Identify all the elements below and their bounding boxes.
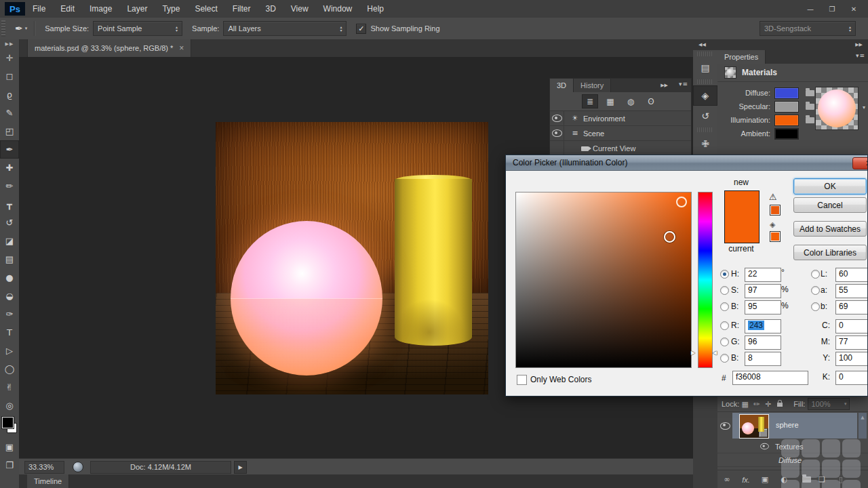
clone-stamp-tool[interactable]: ┳ (0, 195, 19, 214)
illumination-texture-folder-icon[interactable] (806, 117, 814, 123)
illumination-color-swatch[interactable] (774, 115, 799, 126)
menu-file[interactable]: File (25, 0, 53, 18)
h-input[interactable]: 22 (745, 268, 781, 282)
color-libraries-button[interactable]: Color Libraries (793, 245, 867, 260)
eraser-tool[interactable]: ◪ (0, 232, 19, 250)
bb-radio[interactable] (811, 302, 820, 311)
tab-history[interactable]: History (574, 79, 611, 92)
healing-brush-tool[interactable]: ✚ (0, 159, 19, 177)
l-input[interactable]: 60 (835, 268, 868, 282)
hue-slider-right-arrow-icon[interactable]: ◀ (713, 350, 717, 356)
lock-all-icon[interactable] (774, 400, 785, 408)
new-layer-icon[interactable]: ❏ (812, 475, 831, 484)
3d-row-current-view[interactable]: Current View (550, 141, 691, 155)
link-layers-icon[interactable]: ∞ (717, 475, 736, 484)
lasso-tool[interactable]: ϱ (0, 85, 19, 104)
hand-tool[interactable]: ✌ (0, 378, 19, 396)
new-group-icon[interactable] (793, 476, 812, 484)
tool-presets-panel-button[interactable]: ✙ (693, 134, 717, 154)
tab-timeline[interactable]: Timeline (27, 474, 69, 488)
r-radio[interactable] (720, 321, 729, 330)
tab-properties[interactable]: Properties (717, 50, 766, 64)
b-input[interactable]: 95 (745, 300, 781, 314)
marquee-tool[interactable]: ◻ (0, 67, 19, 85)
material-preview-sphere[interactable] (815, 87, 859, 130)
panel-menu-icon[interactable]: ▾≡ (856, 52, 865, 59)
workspace-dropdown[interactable]: 3D-Sengstack ▴▾ (760, 21, 856, 36)
menu-filter[interactable]: Filter (225, 0, 258, 18)
quick-selection-tool[interactable]: ✎ (0, 104, 19, 122)
r-input[interactable]: 243 (745, 319, 781, 333)
lock-position-icon[interactable]: ✛ (762, 400, 774, 409)
visibility-cell[interactable] (550, 141, 564, 155)
3d-filter-meshes-button[interactable]: ▦ (602, 94, 618, 108)
document-canvas[interactable] (216, 122, 488, 394)
b2-input[interactable]: 8 (745, 352, 781, 366)
layer-thumbnail[interactable] (739, 414, 769, 439)
panel-collapse-icon[interactable]: ▶▶ (660, 83, 668, 88)
path-selection-tool[interactable]: ▷ (0, 342, 19, 360)
sample-dropdown[interactable]: All Layers ▴▾ (223, 21, 347, 36)
color-field-marker-secondary[interactable] (676, 197, 687, 207)
crop-tool[interactable]: ◰ (0, 122, 19, 140)
delete-layer-icon[interactable]: ▯ (831, 475, 850, 484)
zoom-tool[interactable]: ◎ (0, 396, 19, 415)
bb-input[interactable]: 69 (835, 300, 868, 314)
m-input[interactable]: 77 (835, 336, 868, 350)
k-input[interactable]: 0 (835, 371, 868, 385)
color-field-marker[interactable] (664, 231, 675, 243)
3d-filter-materials-button[interactable]: ◍ (623, 94, 639, 108)
show-sampling-ring-checkbox[interactable]: ✓ (356, 24, 366, 34)
websafe-color-swatch[interactable] (770, 231, 781, 242)
color-field[interactable] (515, 192, 692, 368)
layers-scrollbar[interactable]: ▲ (859, 413, 867, 439)
specular-color-swatch[interactable] (774, 101, 799, 113)
s-input[interactable]: 97 (745, 284, 781, 298)
current-color-swatch[interactable] (725, 217, 759, 243)
menu-help[interactable]: Help (359, 0, 391, 18)
menu-3d[interactable]: 3D (258, 0, 283, 18)
3d-row-scene[interactable]: ≡ Scene (550, 126, 691, 141)
zoom-level-field[interactable]: 33.33% (24, 461, 64, 474)
3d-panel-menu-icon[interactable]: ▾≡ (679, 81, 688, 87)
eyedropper-tool-icon[interactable]: ✒ (15, 23, 23, 34)
close-button[interactable]: ✕ (844, 0, 864, 18)
b2-radio[interactable] (720, 354, 729, 363)
menu-edit[interactable]: Edit (53, 0, 82, 18)
dialog-close-button[interactable]: ✕ (852, 157, 868, 169)
material-preview-caret-icon[interactable]: ▾ (863, 104, 865, 110)
history-panel-button[interactable]: ↺ (693, 106, 717, 126)
adjustment-layer-icon[interactable]: ◐ (774, 475, 793, 484)
visibility-cell[interactable] (550, 111, 564, 125)
l-radio[interactable] (811, 270, 820, 279)
minimize-button[interactable]: — (800, 0, 821, 18)
eye-icon[interactable] (760, 443, 769, 449)
g-radio[interactable] (720, 338, 729, 346)
gamut-color-swatch[interactable] (770, 205, 781, 216)
screen-mode-button[interactable]: ❐ (0, 456, 19, 474)
hue-slider-left-arrow-icon[interactable]: ▶ (691, 350, 695, 356)
y-input[interactable]: 100 (835, 352, 868, 366)
lock-transparency-icon[interactable]: ▦ (739, 400, 751, 409)
gradient-tool[interactable]: ▤ (0, 250, 19, 268)
dialog-title-bar[interactable]: Color Picker (Illumination Color) ✕ (506, 155, 867, 171)
non-websafe-cube-icon[interactable]: ◈ (770, 220, 775, 229)
layer-mask-icon[interactable]: ▣ (755, 475, 774, 484)
a-radio[interactable] (811, 286, 820, 295)
menu-image[interactable]: Image (82, 0, 119, 18)
layer-styles-fx-icon[interactable]: fx. (736, 476, 755, 484)
textures-row[interactable]: Textures (717, 440, 868, 453)
brush-tool[interactable]: ✏ (0, 177, 19, 195)
menu-select[interactable]: Select (187, 0, 224, 18)
menu-layer[interactable]: Layer (119, 0, 155, 18)
s-radio[interactable] (720, 286, 729, 295)
collapse-panels-icon[interactable]: ◀◀ (698, 42, 706, 47)
add-to-swatches-button[interactable]: Add to Swatches (793, 221, 867, 237)
pen-tool[interactable]: ✑ (0, 305, 19, 323)
gamut-warning-icon[interactable]: ⚠ (769, 192, 777, 202)
g-input[interactable]: 96 (745, 336, 781, 350)
history-brush-tool[interactable]: ↺ (0, 214, 19, 232)
tab-3d[interactable]: 3D (550, 79, 574, 92)
tab-close-icon[interactable]: × (179, 43, 184, 53)
ok-button[interactable]: OK (793, 178, 867, 195)
